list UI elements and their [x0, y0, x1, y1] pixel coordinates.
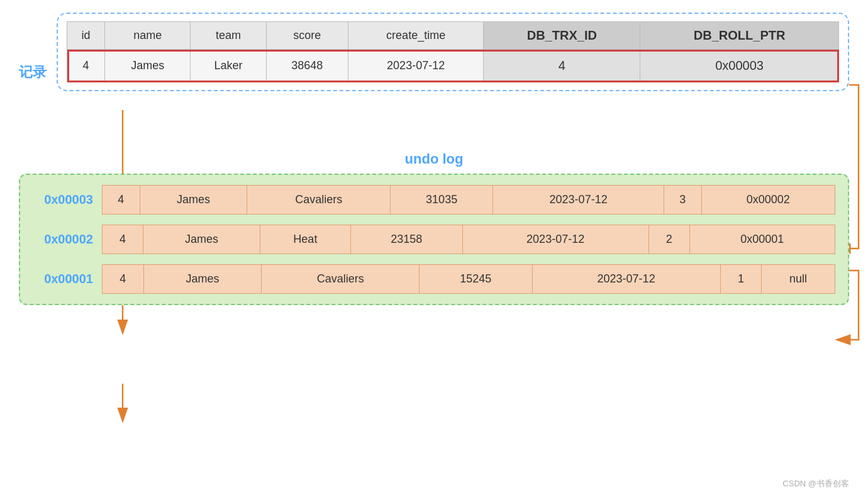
- undo-section: undo log 0x00003 4 James Cavaliers 31035…: [19, 151, 849, 305]
- undo-data-row-0: 4 James Cavaliers 31035 2023-07-12 3 0x0…: [103, 186, 835, 215]
- records-label: 记录: [19, 63, 47, 82]
- u1-name: James: [143, 225, 260, 254]
- col-team: team: [191, 22, 266, 50]
- u0-score: 31035: [391, 186, 493, 215]
- undo-addr-1: 0x00002: [33, 232, 102, 247]
- u1-create-time: 2023-07-12: [462, 225, 648, 254]
- record-score: 38648: [266, 50, 348, 82]
- u2-create-time: 2023-07-12: [532, 265, 720, 294]
- records-section: 记录 id name team score create_time DB_TRX…: [19, 13, 849, 132]
- undo-outer-box: 0x00003 4 James Cavaliers 31035 2023-07-…: [19, 174, 849, 305]
- u0-team: Cavaliers: [247, 186, 391, 215]
- u2-score: 15245: [420, 265, 533, 294]
- records-data-row: 4 James Laker 38648 2023-07-12 4 0x00003: [67, 50, 839, 82]
- col-db-trx-id: DB_TRX_ID: [484, 22, 640, 50]
- u1-score: 23158: [350, 225, 462, 254]
- u2-team: Cavaliers: [262, 265, 420, 294]
- u0-db-roll-ptr: 0x00002: [701, 186, 835, 215]
- u2-name: James: [143, 265, 262, 294]
- u1-db-roll-ptr: 0x00001: [689, 225, 835, 254]
- undo-table-2: 4 James Cavaliers 15245 2023-07-12 1 nul…: [102, 264, 835, 294]
- records-table-wrapper: id name team score create_time DB_TRX_ID…: [57, 13, 849, 91]
- undo-table-wrap-0: 4 James Cavaliers 31035 2023-07-12 3 0x0…: [102, 185, 835, 215]
- col-id: id: [67, 22, 105, 50]
- records-header-row: id name team score create_time DB_TRX_ID…: [67, 22, 839, 50]
- record-db-trx-id: 4: [484, 50, 640, 82]
- u0-id: 4: [103, 186, 140, 215]
- watermark: CSDN @书香创客: [782, 478, 849, 489]
- undo-addr-0: 0x00003: [33, 193, 102, 207]
- undo-data-row-1: 4 James Heat 23158 2023-07-12 2 0x00001: [103, 225, 835, 254]
- undo-table-1: 4 James Heat 23158 2023-07-12 2 0x00001: [102, 225, 835, 254]
- undo-row-1: 0x00002 4 James Heat 23158 2023-07-12 2 …: [33, 225, 835, 254]
- u1-db-trx-id: 2: [648, 225, 689, 254]
- undo-table-wrap-2: 4 James Cavaliers 15245 2023-07-12 1 nul…: [102, 264, 835, 294]
- u2-db-trx-id: 1: [720, 265, 762, 294]
- undo-addr-2: 0x00001: [33, 272, 102, 286]
- u1-id: 4: [103, 225, 143, 254]
- u1-team: Heat: [260, 225, 350, 254]
- col-db-roll-ptr: DB_ROLL_PTR: [640, 22, 839, 50]
- record-name: James: [105, 50, 191, 82]
- u0-db-trx-id: 3: [664, 186, 702, 215]
- u0-name: James: [140, 186, 247, 215]
- record-create-time: 2023-07-12: [348, 50, 484, 82]
- undo-data-row-2: 4 James Cavaliers 15245 2023-07-12 1 nul…: [103, 265, 835, 294]
- main-container: 记录 id name team score create_time DB_TRX…: [0, 0, 868, 497]
- record-db-roll-ptr: 0x00003: [640, 50, 839, 82]
- record-id: 4: [67, 50, 105, 82]
- u0-create-time: 2023-07-12: [493, 186, 664, 215]
- u2-id: 4: [103, 265, 144, 294]
- col-create-time: create_time: [348, 22, 484, 50]
- u2-db-roll-ptr: null: [762, 265, 835, 294]
- col-name: name: [105, 22, 191, 50]
- col-score: score: [266, 22, 348, 50]
- undo-log-title: undo log: [19, 151, 849, 167]
- undo-row-2: 0x00001 4 James Cavaliers 15245 2023-07-…: [33, 264, 835, 294]
- undo-table-wrap-1: 4 James Heat 23158 2023-07-12 2 0x00001: [102, 225, 835, 254]
- records-table: id name team score create_time DB_TRX_ID…: [67, 21, 839, 82]
- undo-row-0: 0x00003 4 James Cavaliers 31035 2023-07-…: [33, 185, 835, 215]
- record-team: Laker: [191, 50, 266, 82]
- undo-table-0: 4 James Cavaliers 31035 2023-07-12 3 0x0…: [102, 185, 835, 215]
